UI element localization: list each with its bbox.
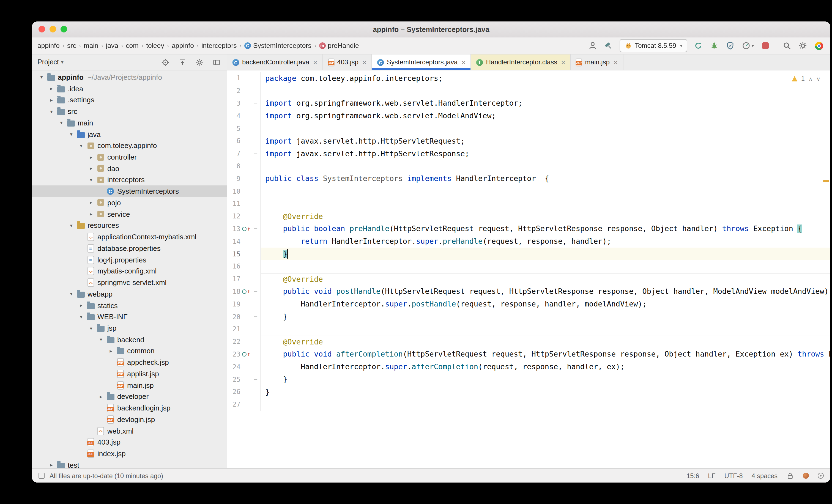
tree-item[interactable]: ▾WEB-INF [32, 311, 227, 322]
tree-item[interactable]: JSPbackendlogin.jsp [32, 402, 227, 414]
fold-marker-icon[interactable]: − [252, 313, 259, 320]
tree-item[interactable]: ▾jsp [32, 322, 227, 334]
tree-toggle-icon[interactable]: ▾ [67, 223, 75, 228]
prev-warning-icon[interactable]: ∧ [809, 76, 813, 82]
tree-toggle-icon[interactable]: ▾ [57, 120, 66, 126]
tree-toggle-icon[interactable]: ▸ [87, 200, 95, 206]
tree-toggle-icon[interactable]: ▸ [77, 302, 85, 308]
tree-item[interactable]: ≡database.properties [32, 243, 227, 254]
editor-tab[interactable]: JSPmain.jsp× [571, 54, 623, 70]
code-line[interactable]: 13↑− public boolean preHandle(HttpServle… [227, 222, 830, 235]
browser-chrome-icon[interactable] [814, 41, 824, 51]
minimize-button[interactable] [50, 26, 56, 32]
tree-item[interactable]: ▾src [32, 106, 227, 117]
tree-toggle-icon[interactable]: ▾ [97, 337, 105, 343]
breadcrumb-item[interactable]: appinfo [172, 42, 194, 50]
editor-tab[interactable]: CbackendController.java× [227, 54, 323, 70]
code-line[interactable]: 25− } [227, 373, 830, 386]
tree-item[interactable]: ▾main [32, 117, 227, 129]
hide-tool-window-icon[interactable] [211, 57, 221, 67]
tree-toggle-icon[interactable]: ▸ [47, 462, 56, 468]
tree-item[interactable]: <>mybatis-config.xml [32, 265, 227, 277]
build-hammer-icon[interactable] [603, 41, 613, 51]
fold-marker-icon[interactable]: − [252, 288, 259, 295]
tree-item[interactable]: JSPdevlogin.jsp [32, 414, 227, 425]
code-line[interactable]: 16 [227, 260, 830, 273]
tree-item[interactable]: ▾backend [32, 334, 227, 345]
code-line[interactable]: 24 HandlerInterceptor.super.afterComplet… [227, 361, 830, 373]
code-line[interactable]: 21 [227, 323, 830, 336]
tree-item[interactable]: ▾java [32, 129, 227, 140]
tree-toggle-icon[interactable]: ▸ [107, 348, 115, 354]
tree-toggle-icon[interactable]: ▸ [47, 86, 56, 91]
tree-item[interactable]: ▾interceptors [32, 174, 227, 185]
fold-marker-icon[interactable]: − [252, 150, 259, 157]
tree-item[interactable]: ▸.settings [32, 95, 227, 106]
inspection-widget[interactable]: 1 ∧ ∨ [790, 74, 823, 83]
tree-item[interactable]: ▸.idea [32, 83, 227, 94]
fold-marker-icon[interactable]: − [252, 376, 259, 383]
code-line[interactable]: 23↑− public void afterCompletion(HttpSer… [227, 348, 830, 361]
code-line[interactable]: 27 [227, 398, 830, 411]
code-line[interactable]: 14 return HandlerInterceptor.super.preHa… [227, 235, 830, 248]
tree-item[interactable]: ▾com.toleey.appinfo [32, 140, 227, 151]
code-line[interactable]: 12 @Override [227, 210, 830, 223]
notifications-icon[interactable] [818, 473, 824, 479]
code-line[interactable]: 10 [227, 185, 830, 197]
code-line[interactable]: 22 @Override [227, 335, 830, 348]
code-line[interactable]: 11 [227, 197, 830, 210]
editor-tab[interactable]: CSystemInterceptors.java× [372, 54, 471, 70]
code-line[interactable]: 6import javax.servlet.http.HttpServletRe… [227, 135, 830, 148]
code-line[interactable]: 15− } [227, 247, 830, 260]
tree-toggle-icon[interactable]: ▾ [87, 325, 95, 331]
tree-item[interactable]: JSPapplist.jsp [32, 368, 227, 379]
run-config-selector[interactable]: Tomcat 8.5.59 ▾ [619, 39, 687, 52]
breadcrumb-method[interactable]: mpreHandle [319, 42, 359, 50]
tool-window-toggle-icon[interactable] [38, 473, 45, 479]
zoom-button[interactable] [60, 26, 67, 32]
code-line[interactable]: 3−import org.springframework.web.servlet… [227, 97, 830, 110]
breadcrumb-item[interactable]: com [126, 42, 138, 50]
lock-icon[interactable] [786, 472, 794, 479]
rerun-icon[interactable] [693, 41, 703, 51]
tree-item[interactable]: <>springmvc-servlet.xml [32, 277, 227, 288]
tree-item[interactable]: ≡log4j.properties [32, 254, 227, 265]
fold-marker-icon[interactable]: − [252, 250, 259, 258]
locate-file-icon[interactable] [160, 57, 170, 67]
override-method-icon[interactable]: ↑ [240, 226, 252, 232]
tree-item[interactable]: ▾appinfo~/Java/Projects/appinfo [32, 72, 227, 83]
code-line[interactable]: 9public class SystemInterceptors impleme… [227, 173, 830, 185]
tree-item[interactable]: ▸controller [32, 151, 227, 163]
next-warning-icon[interactable]: ∨ [816, 76, 821, 82]
title-bar[interactable]: appinfo – SystemInterceptors.java [32, 22, 830, 37]
server-status-icon[interactable] [803, 473, 809, 479]
tree-toggle-icon[interactable]: ▸ [97, 394, 105, 399]
tree-item[interactable]: ▸service [32, 209, 227, 220]
tree-toggle-icon[interactable]: ▸ [87, 154, 95, 160]
tree-toggle-icon[interactable]: ▾ [47, 109, 56, 114]
tree-toggle-icon[interactable]: ▾ [67, 291, 75, 297]
breadcrumb-item[interactable]: src [67, 42, 76, 50]
tree-item[interactable]: JSP403.jsp [32, 436, 227, 448]
warning-stripe-mark[interactable] [823, 180, 829, 182]
breadcrumb-item[interactable]: appinfo [37, 42, 60, 50]
code-line[interactable]: 18↑− public void postHandle(HttpServletR… [227, 285, 830, 298]
stop-icon[interactable] [760, 41, 770, 51]
tab-close-icon[interactable]: × [461, 59, 466, 66]
code-line[interactable]: 1package com.toleey.appinfo.interceptors… [227, 72, 830, 85]
code-line[interactable]: 19 HandlerInterceptor.super.postHandle(r… [227, 298, 830, 311]
code-line[interactable]: 17 @Override [227, 273, 830, 286]
code-line[interactable]: 20− } [227, 310, 830, 323]
search-icon[interactable] [782, 41, 792, 51]
editor-tab[interactable]: IHandlerInterceptor.class× [471, 54, 571, 70]
file-encoding[interactable]: UTF-8 [724, 472, 743, 479]
tree-toggle-icon[interactable]: ▸ [87, 166, 95, 171]
tree-item[interactable]: ▸common [32, 345, 227, 356]
tree-item[interactable]: ▸dao [32, 163, 227, 174]
code-line[interactable]: 26} [227, 386, 830, 398]
tree-item[interactable]: CSystemInterceptors [32, 186, 227, 197]
override-method-icon[interactable]: ↑ [240, 352, 252, 357]
tab-close-icon[interactable]: × [614, 59, 618, 66]
code-editor[interactable]: 1package com.toleey.appinfo.interceptors… [227, 71, 830, 468]
tree-item[interactable]: JSPappcheck.jsp [32, 357, 227, 368]
